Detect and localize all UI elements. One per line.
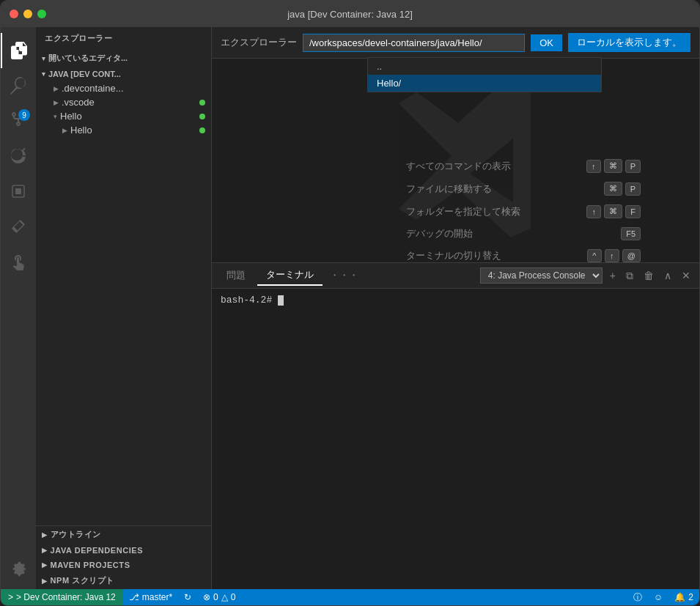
terminal-prompt: bash-4.2# bbox=[221, 295, 278, 306]
tree-item-devcontainers[interactable]: ▶ .devcontaine... bbox=[36, 81, 211, 95]
find-in-folder-keys: ↑ ⌘ F bbox=[586, 204, 641, 218]
delete-terminal-button[interactable]: 🗑 bbox=[641, 268, 657, 283]
error-icon: ⊗ bbox=[203, 592, 210, 602]
sidebar: エクスプローラー ▾ 開いているエディタ... ▾ JAVA [DEV CONT… bbox=[36, 27, 212, 589]
activity-extensions[interactable] bbox=[1, 209, 36, 244]
dropdown-parent[interactable]: .. bbox=[368, 58, 601, 75]
new-terminal-button[interactable]: + bbox=[607, 268, 619, 283]
explorer-header: エクスプローラー bbox=[36, 27, 211, 50]
activity-testing[interactable] bbox=[1, 244, 36, 279]
hello-inner-modified-dot bbox=[199, 128, 205, 133]
dev-container-status[interactable]: > > Dev Container: Java 12 bbox=[1, 589, 123, 605]
status-bar: > > Dev Container: Java 12 ⎇ master* ↻ ⊗… bbox=[1, 589, 699, 605]
open-editors-section[interactable]: ▾ 開いているエディタ... bbox=[36, 50, 211, 67]
face-status[interactable]: ☺ bbox=[648, 589, 668, 605]
settings-icon[interactable] bbox=[1, 554, 36, 589]
key-p1: P bbox=[625, 160, 641, 173]
errors-status[interactable]: ⊗ 0 △ 0 bbox=[197, 589, 241, 605]
activity-debug[interactable] bbox=[1, 138, 36, 174]
java-project-arrow: ▾ bbox=[42, 70, 45, 78]
tree-item-hello[interactable]: ▾ Hello bbox=[36, 109, 211, 123]
terminal-cursor bbox=[278, 295, 284, 306]
window-controls bbox=[10, 10, 46, 18]
editor-area: エクスプローラー OK ローカルを表示します。 .. Hello/ すべてのコマ… bbox=[212, 27, 699, 589]
notification-count: 2 bbox=[688, 592, 693, 602]
key-shift: ↑ bbox=[586, 160, 601, 173]
key-f: F bbox=[625, 205, 641, 218]
bell-icon: 🔔 bbox=[674, 592, 685, 602]
status-right: ⓘ ☺ 🔔 2 bbox=[627, 589, 699, 605]
tab-problems[interactable]: 問題 bbox=[218, 266, 254, 285]
face-icon: ☺ bbox=[654, 592, 663, 602]
path-dropdown: .. Hello/ bbox=[367, 57, 602, 92]
sidebar-bottom-sections: ▶ アウトライン ▶ JAVA DEPENDENCIES ▶ MAVEN PRO… bbox=[36, 525, 211, 589]
dropdown-hello[interactable]: Hello/ bbox=[368, 75, 601, 92]
svg-rect-1 bbox=[15, 188, 21, 194]
info-status[interactable]: ⓘ bbox=[627, 589, 648, 605]
outline-section[interactable]: ▶ アウトライン bbox=[36, 526, 211, 543]
status-left: > > Dev Container: Java 12 ⎇ master* ↻ ⊗… bbox=[1, 589, 241, 605]
dev-container-icon: > bbox=[8, 592, 13, 602]
key-f5: F5 bbox=[621, 227, 641, 240]
command-input-field[interactable] bbox=[303, 34, 525, 52]
sync-status[interactable]: ↻ bbox=[178, 589, 197, 605]
notifications-status[interactable]: 🔔 2 bbox=[668, 589, 699, 605]
key-p2: P bbox=[625, 182, 641, 196]
activity-remote[interactable] bbox=[1, 174, 36, 209]
key-ctrl: ^ bbox=[587, 249, 602, 262]
command-input-overlay: エクスプローラー OK ローカルを表示します。 bbox=[212, 27, 699, 59]
maven-projects-section[interactable]: ▶ MAVEN PROJECTS bbox=[36, 558, 211, 572]
panel: 問題 ターミナル ・・・ 4: Java Process Console + ⧉… bbox=[212, 262, 699, 405]
source-control-badge: 9 bbox=[18, 109, 30, 121]
tab-terminal[interactable]: ターミナル bbox=[257, 265, 323, 286]
git-branch-status[interactable]: ⎇ master* bbox=[123, 589, 178, 605]
maximize-panel-button[interactable]: ∧ bbox=[661, 268, 674, 283]
ok-button[interactable]: OK bbox=[531, 34, 562, 51]
activity-explorer[interactable] bbox=[1, 33, 36, 68]
maximize-button[interactable] bbox=[37, 10, 46, 18]
titlebar: java [Dev Container: Java 12] bbox=[1, 1, 699, 27]
key-at: @ bbox=[622, 249, 641, 262]
key-shift2: ↑ bbox=[586, 205, 601, 218]
tree-item-vscode[interactable]: ▶ .vscode bbox=[36, 95, 211, 109]
app-window: java [Dev Container: Java 12] 9 bbox=[0, 0, 700, 606]
close-button[interactable] bbox=[10, 10, 18, 18]
terminal-keys: ^ ↑ @ bbox=[587, 249, 641, 262]
debug-keys: F5 bbox=[621, 227, 641, 240]
key-cmd1: ⌘ bbox=[604, 159, 622, 173]
vscode-modified-dot bbox=[199, 100, 205, 106]
hello-modified-dot bbox=[199, 114, 205, 119]
activity-search[interactable] bbox=[1, 68, 36, 103]
key-cmd2: ⌘ bbox=[604, 182, 622, 196]
command-input-label: エクスプローラー bbox=[221, 36, 297, 49]
warning-icon: △ bbox=[221, 592, 228, 602]
vscode-logo-watermark bbox=[346, 64, 566, 284]
java-project-section[interactable]: ▾ JAVA [DEV CONT... bbox=[36, 67, 211, 81]
tree-item-hello-inner[interactable]: ▶ Hello bbox=[36, 123, 211, 137]
close-panel-button[interactable]: ✕ bbox=[679, 268, 693, 283]
git-branch-icon: ⎇ bbox=[129, 592, 139, 602]
minimize-button[interactable] bbox=[23, 10, 32, 18]
activity-bar: 9 bbox=[1, 27, 36, 589]
warning-count: 0 bbox=[231, 592, 236, 602]
window-title: java [Dev Container: Java 12] bbox=[287, 9, 413, 20]
npm-scripts-section[interactable]: ▶ NPM スクリプト bbox=[36, 572, 211, 589]
key-cmd3: ⌘ bbox=[604, 204, 622, 218]
all-commands-keys: ↑ ⌘ P bbox=[586, 159, 641, 173]
info-icon: ⓘ bbox=[633, 591, 642, 604]
sync-icon: ↻ bbox=[184, 592, 191, 602]
split-terminal-button[interactable]: ⧉ bbox=[623, 268, 636, 284]
open-editors-arrow: ▾ bbox=[42, 55, 45, 62]
git-branch-label: master* bbox=[142, 592, 172, 602]
activity-source-control[interactable]: 9 bbox=[1, 103, 36, 138]
terminal-content[interactable]: bash-4.2# bbox=[212, 289, 699, 405]
main-area: 9 bbox=[1, 27, 699, 589]
local-button[interactable]: ローカルを表示します。 bbox=[568, 33, 690, 52]
dev-container-label: > Dev Container: Java 12 bbox=[16, 592, 116, 602]
key-shift3: ↑ bbox=[605, 249, 619, 262]
error-count: 0 bbox=[213, 592, 218, 602]
java-dependencies-section[interactable]: ▶ JAVA DEPENDENCIES bbox=[36, 543, 211, 558]
go-to-file-keys: ⌘ P bbox=[604, 182, 641, 196]
